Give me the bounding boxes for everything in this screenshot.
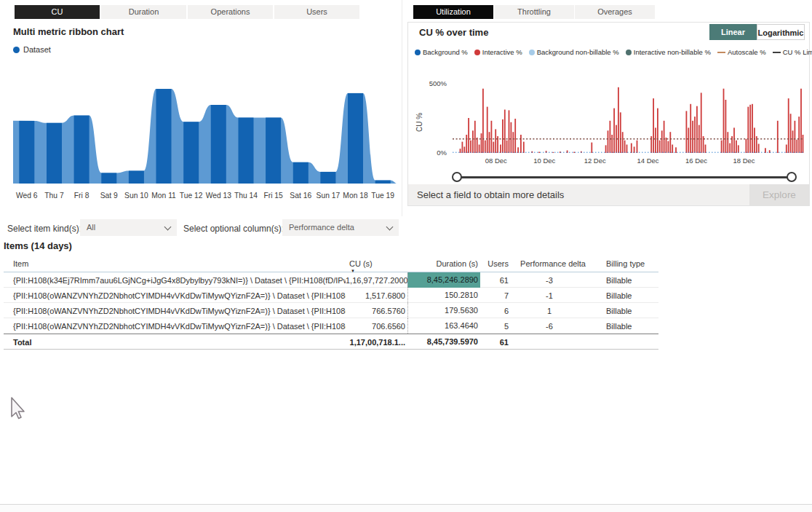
legend-item[interactable]: Autoscale % bbox=[717, 48, 766, 56]
tab-cu[interactable]: CU bbox=[15, 5, 100, 19]
legend-item[interactable]: CU % Limit bbox=[773, 48, 812, 56]
item-kind-dropdown[interactable]: All bbox=[80, 219, 177, 236]
col-header-performance-delta[interactable]: Performance delta bbox=[511, 259, 588, 268]
svg-text:0%: 0% bbox=[437, 149, 447, 157]
total-cu: 1,17,00,718.1... bbox=[346, 338, 407, 347]
cell-users: 5 bbox=[480, 322, 511, 331]
cell-item: {PII:H108(oWANZVNYhZD2NbhotCYIMDH4vVKdDw… bbox=[4, 291, 346, 300]
tab-operations[interactable]: Operations bbox=[188, 5, 273, 19]
legend-dash-icon bbox=[717, 52, 725, 53]
cell-cu: 1,16,97,727.2000 bbox=[346, 276, 407, 285]
tab-throttling[interactable]: Throttling bbox=[494, 5, 574, 19]
cell-duration: 179.5630 bbox=[407, 303, 480, 318]
cell-performance-delta: -1 bbox=[511, 291, 588, 300]
legend-item[interactable]: Interactive % bbox=[474, 48, 522, 56]
cu-over-time-chart[interactable]: 500%0%CU %08 Dec10 Dec12 Dec14 Dec16 Dec… bbox=[412, 66, 808, 169]
svg-text:CU %: CU % bbox=[415, 113, 423, 132]
mouse-cursor bbox=[10, 397, 28, 420]
legend-dot-icon bbox=[529, 50, 535, 55]
optional-column-label: Select optional column(s): bbox=[183, 224, 284, 234]
table-row[interactable]: {PII:H108(oWANZVNYhZD2NbhotCYIMDH4vVKdDw… bbox=[4, 303, 658, 318]
legend-item[interactable]: Interactive non-billable % bbox=[626, 48, 711, 56]
cell-item: {PII:H108(oWANZVNYhZD2NbhotCYIMDH4vVKdDw… bbox=[4, 307, 346, 315]
cell-performance-delta: -3 bbox=[511, 276, 588, 285]
logarithmic-button[interactable]: Logarithmic bbox=[757, 24, 805, 40]
panel-divider bbox=[402, 0, 402, 216]
cell-duration: 163.4640 bbox=[407, 318, 480, 334]
cell-cu: 766.5760 bbox=[346, 307, 407, 315]
svg-text:14 Dec: 14 Dec bbox=[637, 157, 658, 165]
item-kind-value: All bbox=[87, 223, 95, 232]
cell-item: {PII:H108(oWANZVNYhZD2NbhotCYIMDH4vVKdDw… bbox=[4, 322, 346, 331]
col-header-billing-type[interactable]: Billing type bbox=[588, 259, 658, 268]
item-kind-label: Select item kind(s): bbox=[7, 224, 81, 234]
cell-users: 7 bbox=[480, 291, 511, 300]
svg-text:10 Dec: 10 Dec bbox=[533, 157, 555, 165]
cell-users: 6 bbox=[480, 307, 511, 315]
legend-dot-icon bbox=[415, 50, 421, 55]
col-header-duration[interactable]: Duration (s) bbox=[407, 259, 480, 268]
svg-text:16 Dec: 16 Dec bbox=[685, 157, 707, 165]
optional-column-value: Performance delta bbox=[289, 223, 354, 232]
legend-item[interactable]: Background % bbox=[415, 48, 468, 56]
cell-performance-delta: 1 bbox=[511, 307, 588, 315]
col-header-item[interactable]: Item bbox=[4, 259, 346, 268]
cu-over-time-title: CU % over time bbox=[419, 27, 488, 38]
dataset-legend-dot-icon bbox=[13, 47, 20, 53]
tab-overages[interactable]: Overages bbox=[575, 5, 655, 19]
optional-column-dropdown[interactable]: Performance delta bbox=[282, 219, 399, 236]
legend-label: Background % bbox=[423, 48, 468, 56]
cell-performance-delta: -6 bbox=[511, 322, 588, 331]
sort-desc-icon: ▼ bbox=[351, 269, 355, 273]
legend-dot-icon bbox=[626, 50, 632, 55]
tab-users[interactable]: Users bbox=[274, 5, 359, 19]
items-table-body: {PII:H108(k34Ej7RImm7auu6LGjNCg+iJgG4x8D… bbox=[4, 272, 658, 334]
cell-billing-type: Billable bbox=[588, 291, 658, 300]
ribbon-chart[interactable] bbox=[10, 73, 399, 189]
col-header-users[interactable]: Users bbox=[480, 259, 511, 268]
tab-utilization[interactable]: Utilization bbox=[413, 5, 493, 19]
tab-duration[interactable]: Duration bbox=[101, 5, 186, 19]
time-range-slider-track[interactable] bbox=[457, 176, 792, 178]
legend-label: Interactive non-billable % bbox=[634, 48, 711, 56]
table-row[interactable]: {PII:H108(oWANZVNYhZD2NbhotCYIMDH4vVKdDw… bbox=[4, 318, 658, 334]
explore-hint-text: Select a field to obtain more details bbox=[417, 189, 564, 200]
legend-item[interactable]: Background non-billable % bbox=[529, 48, 619, 56]
items-table: Item CU (s) ▼ Duration (s) Users Perform… bbox=[4, 255, 658, 350]
cell-cu: 706.6560 bbox=[346, 322, 407, 331]
table-row[interactable]: {PII:H108(k34Ej7RImm7auu6LGjNCg+iJgG4x8D… bbox=[4, 272, 658, 288]
col-header-cu[interactable]: CU (s) ▼ bbox=[346, 259, 407, 268]
cell-duration: 8,45,246.2890 bbox=[407, 272, 480, 288]
col-header-cu-label: CU (s) bbox=[349, 259, 373, 268]
total-duration: 8,45,739.5970 bbox=[407, 334, 480, 350]
total-users: 61 bbox=[480, 338, 511, 347]
cell-duration: 150.2810 bbox=[407, 288, 480, 303]
table-row[interactable]: {PII:H108(oWANZVNYhZD2NbhotCYIMDH4vVKdDw… bbox=[4, 288, 658, 303]
legend-label: Autoscale % bbox=[728, 48, 766, 56]
explore-button[interactable]: Explore bbox=[749, 184, 809, 205]
svg-text:500%: 500% bbox=[429, 79, 447, 87]
time-range-slider-handle-right[interactable] bbox=[787, 172, 797, 182]
svg-text:12 Dec: 12 Dec bbox=[584, 157, 606, 165]
chevron-down-icon bbox=[386, 224, 394, 231]
legend-label: Interactive % bbox=[482, 48, 522, 56]
legend-label: CU % Limit bbox=[783, 48, 812, 56]
cell-users: 61 bbox=[480, 276, 511, 285]
cell-item: {PII:H108(k34Ej7RImm7auu6LGjNCg+iJgG4x8D… bbox=[4, 276, 346, 285]
total-label: Total bbox=[4, 338, 346, 347]
explore-bar: Select a field to obtain more details Ex… bbox=[408, 184, 809, 205]
ribbon-x-label: Tue 19 bbox=[364, 192, 402, 200]
legend-label: Background non-billable % bbox=[537, 48, 619, 56]
linear-button[interactable]: Linear bbox=[709, 24, 757, 40]
time-range-slider-handle-left[interactable] bbox=[452, 172, 462, 182]
legend-dot-icon bbox=[474, 50, 480, 55]
dataset-legend-label: Dataset bbox=[23, 45, 51, 54]
cell-cu: 1,517.6800 bbox=[346, 291, 407, 300]
bottom-strip bbox=[0, 505, 812, 512]
cell-billing-type: Billable bbox=[588, 307, 658, 315]
items-table-header: Item CU (s) ▼ Duration (s) Users Perform… bbox=[4, 255, 658, 272]
cell-billing-type: Billable bbox=[588, 276, 658, 285]
chevron-down-icon bbox=[164, 224, 172, 231]
svg-text:08 Dec: 08 Dec bbox=[485, 157, 507, 165]
items-table-total-row: Total 1,17,00,718.1... 8,45,739.5970 61 bbox=[4, 334, 658, 350]
